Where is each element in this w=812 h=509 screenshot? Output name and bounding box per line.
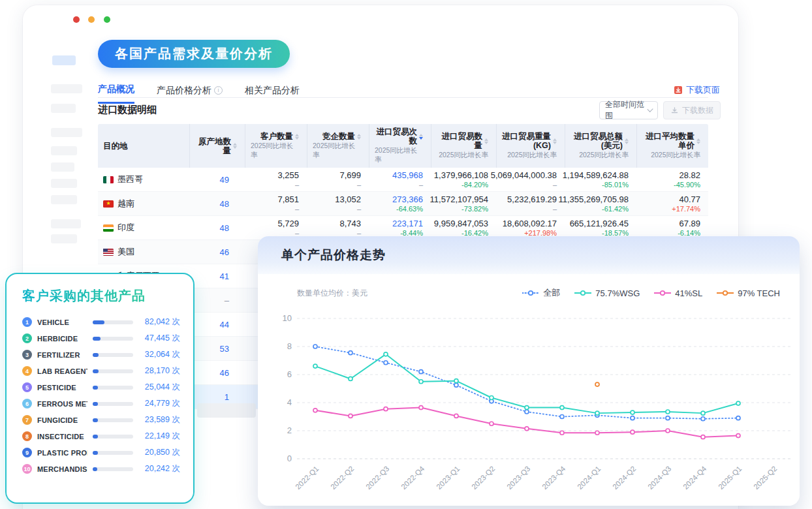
- table-header-cell[interactable]: 进口平均数量单价2025同比增长率: [636, 124, 708, 168]
- origin-count-cell: 53: [189, 337, 245, 360]
- metric-value[interactable]: 273,366: [392, 194, 423, 204]
- close-window-icon[interactable]: [73, 16, 80, 23]
- origin-count[interactable]: 49: [220, 175, 229, 185]
- x-tick-label: 2023-Q4: [540, 465, 567, 491]
- legend-item[interactable]: 全部: [522, 287, 560, 299]
- product-count[interactable]: 47,445 次: [138, 333, 180, 344]
- product-progress: [93, 320, 133, 324]
- legend-item[interactable]: 75.7%WSG: [574, 288, 640, 298]
- table-row[interactable]: 越南487,851–13,052–273,366-64.63%11,572,10…: [98, 192, 708, 216]
- sort-caret-icon[interactable]: [357, 134, 361, 140]
- divider: [98, 97, 708, 98]
- x-tick-label: 2022-Q1: [294, 465, 320, 491]
- data-point: [349, 377, 352, 380]
- column-label: 进口贸易数量: [437, 132, 482, 150]
- y-tick-label: 2: [287, 425, 292, 435]
- tab-related-products[interactable]: 相关产品分析: [245, 84, 300, 104]
- origin-count[interactable]: 53: [220, 344, 229, 354]
- product-rank-item[interactable]: 7FUNGICIDE23,589 次: [22, 412, 180, 428]
- download-data-button[interactable]: 下载数据: [663, 101, 721, 119]
- sort-caret-icon[interactable]: [553, 138, 557, 144]
- rank-badge: 6: [22, 399, 32, 409]
- product-rank-item[interactable]: 4LAB REAGENT28,170 次: [22, 363, 180, 379]
- column-sub-label: 2025同比增长率: [313, 142, 361, 160]
- page-title-pill: 各国产品需求及量价分析: [98, 40, 290, 68]
- sort-caret-icon[interactable]: [233, 143, 237, 149]
- product-count[interactable]: 82,042 次: [138, 316, 180, 328]
- product-count[interactable]: 20,242 次: [138, 463, 180, 474]
- info-icon: [214, 86, 223, 95]
- sort-caret-icon[interactable]: [419, 134, 423, 140]
- product-rank-item[interactable]: 8INSECTICIDE22,149 次: [22, 428, 180, 444]
- table-header-cell[interactable]: 客户数量2025同比增长率: [245, 124, 307, 168]
- product-rank-item[interactable]: 3FERTILIZER32,064 次: [22, 347, 180, 363]
- table-header-cell[interactable]: 原产地数量: [189, 124, 245, 168]
- product-count[interactable]: 22,149 次: [138, 431, 180, 442]
- metric-value: 67.89: [679, 219, 700, 228]
- origin-count[interactable]: 48: [220, 199, 229, 209]
- sort-caret-icon[interactable]: [625, 138, 629, 144]
- origin-count[interactable]: 46: [220, 247, 229, 257]
- product-count[interactable]: 24,779 次: [138, 398, 180, 409]
- product-count[interactable]: 20,850 次: [138, 447, 180, 458]
- minimize-window-icon[interactable]: [88, 16, 95, 23]
- table-header-cell[interactable]: 进口贸易重量(KG)2025同比增长率: [496, 124, 565, 168]
- legend-item[interactable]: 97% TECH: [717, 288, 780, 298]
- data-point: [419, 370, 423, 374]
- flag-us-icon: [103, 249, 114, 256]
- table-header-cell[interactable]: 进口贸易数量2025同比增长率: [431, 124, 496, 168]
- skeleton-bar: [51, 146, 77, 155]
- product-rank-item[interactable]: 2HERBICIDE47,445 次: [22, 330, 180, 347]
- table-header-cell[interactable]: 进口贸易总额(美元)2025同比增长率: [565, 124, 636, 168]
- data-point: [454, 379, 458, 383]
- data-point: [349, 414, 352, 418]
- download-page-link[interactable]: 下载页面: [674, 84, 720, 96]
- origin-count[interactable]: 48: [220, 223, 229, 233]
- table-header-cell[interactable]: 竞企数量2025同比增长率: [307, 124, 369, 168]
- y-tick-label: 10: [283, 313, 292, 323]
- metric-value[interactable]: 435,968: [392, 170, 423, 180]
- origin-count[interactable]: 41: [220, 271, 229, 281]
- metric-value[interactable]: 223,171: [392, 219, 423, 228]
- origin-count[interactable]: 1: [225, 392, 229, 402]
- sort-caret-icon[interactable]: [295, 134, 299, 140]
- sort-caret-icon[interactable]: [696, 138, 700, 144]
- table-header-cell[interactable]: 进口贸易次数2025同比增长率: [369, 124, 431, 168]
- column-label: 原产地数量: [195, 137, 231, 155]
- growth-value: -73.82%: [461, 205, 488, 213]
- data-point: [595, 411, 599, 415]
- x-tick-label: 2024-Q2: [611, 465, 637, 491]
- origin-count[interactable]: 44: [220, 320, 229, 330]
- product-rank-item[interactable]: 9PLASTIC PRODUCT20,850 次: [22, 444, 180, 461]
- x-tick-label: 2025-Q2: [752, 465, 778, 491]
- product-rank-item[interactable]: 5PESTICIDE25,044 次: [22, 379, 180, 395]
- data-point: [736, 434, 740, 438]
- product-count[interactable]: 23,589 次: [138, 414, 180, 425]
- product-rank-item[interactable]: 10MERCHANDISE20,242 次: [22, 461, 180, 477]
- y-tick-label: 4: [287, 397, 292, 407]
- growth-value: -84.20%: [461, 181, 488, 189]
- product-rank-item[interactable]: 6FERROUS METAL24,779 次: [22, 395, 180, 412]
- product-rank-item[interactable]: 1VEHICLE82,042 次: [22, 314, 180, 330]
- zoom-window-icon[interactable]: [104, 16, 110, 23]
- product-count[interactable]: 32,064 次: [138, 349, 180, 360]
- origin-count-cell: 46: [189, 361, 245, 384]
- metric-cell: 435,968–: [369, 168, 431, 191]
- skeleton-strip: [197, 403, 256, 418]
- import-data-title: 进口数据明细: [98, 104, 157, 116]
- destination-cell: 越南: [98, 192, 189, 215]
- time-range-select[interactable]: 全部时间范围: [599, 101, 658, 119]
- tab-product-overview[interactable]: 产品概况: [98, 84, 134, 104]
- tab-label: 产品概况: [98, 84, 134, 95]
- sort-caret-icon[interactable]: [484, 138, 488, 144]
- product-count[interactable]: 25,044 次: [138, 382, 180, 393]
- legend-item[interactable]: 41%SL: [654, 288, 702, 298]
- column-sub-label: 2025同比增长率: [251, 142, 299, 160]
- tab-price-analysis[interactable]: 产品价格分析: [157, 84, 223, 104]
- product-label: PLASTIC PRODUCT: [37, 449, 87, 457]
- table-row[interactable]: 墨西哥493,255–7,699–435,968–1,379,966,108-8…: [98, 168, 708, 192]
- product-progress: [93, 386, 133, 390]
- destination-cell: 美国: [98, 240, 189, 264]
- product-count[interactable]: 28,170 次: [138, 365, 180, 377]
- origin-count[interactable]: 46: [220, 368, 229, 378]
